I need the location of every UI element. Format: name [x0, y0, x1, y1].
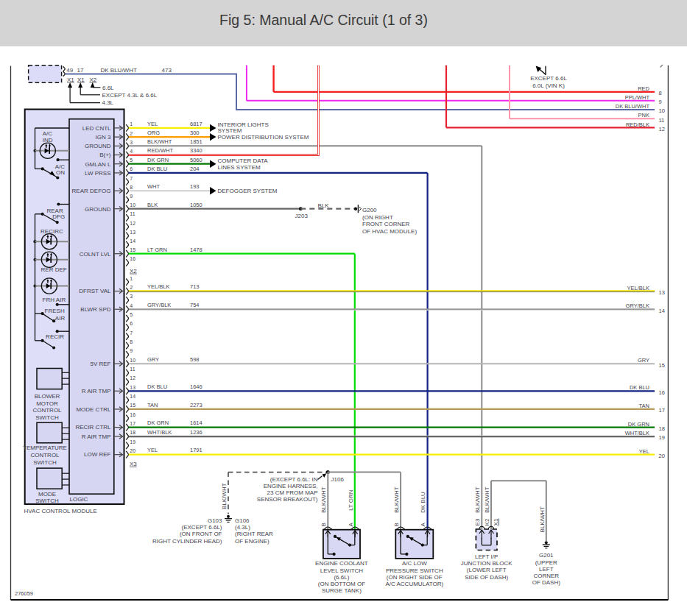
svg-text:473: 473	[162, 67, 172, 74]
svg-text:14: 14	[130, 238, 135, 244]
svg-text:YEL: YEL	[639, 448, 649, 455]
svg-text:SYSTEM: SYSTEM	[218, 127, 242, 134]
svg-text:1: 1	[130, 276, 133, 281]
svg-text:6.0L (VIN K): 6.0L (VIN K)	[532, 82, 565, 89]
svg-text:J203: J203	[295, 213, 309, 219]
svg-text:COLNT LVL: COLNT LVL	[80, 251, 111, 258]
svg-text:3: 3	[130, 140, 133, 145]
svg-text:2: 2	[130, 131, 133, 136]
svg-text:CONTROL: CONTROL	[30, 452, 60, 459]
svg-text:300: 300	[190, 130, 200, 136]
svg-text:14: 14	[130, 394, 135, 399]
svg-text:8: 8	[130, 339, 133, 344]
svg-text:EXCEPT 4.3L & 6.6L: EXCEPT 4.3L & 6.6L	[102, 92, 158, 99]
svg-text:E3: E3	[474, 518, 481, 525]
svg-text:REAR: REAR	[46, 208, 63, 214]
svg-text:YEL: YEL	[147, 447, 158, 453]
svg-text:11: 11	[659, 117, 665, 124]
svg-text:DK GRN: DK GRN	[147, 157, 169, 163]
svg-text:20: 20	[659, 453, 665, 459]
svg-text:2: 2	[130, 285, 133, 290]
svg-text:(ON BOTTOM OF: (ON BOTTOM OF	[318, 581, 365, 587]
svg-text:5: 5	[130, 312, 133, 317]
svg-text:OF HVAC MODULE): OF HVAC MODULE)	[362, 228, 417, 235]
svg-text:G103: G103	[208, 517, 222, 524]
svg-text:BLK: BLK	[147, 202, 158, 208]
svg-text:X1: X1	[493, 518, 499, 525]
svg-text:10: 10	[130, 202, 135, 208]
svg-text:(EXCEPT 6.6L: IN: (EXCEPT 6.6L: IN	[270, 476, 318, 483]
svg-text:LEFT: LEFT	[539, 566, 554, 573]
svg-text:K2: K2	[484, 518, 490, 525]
svg-text:5V REF: 5V REF	[90, 361, 110, 367]
svg-text:BLK/WHT: BLK/WHT	[474, 486, 481, 513]
svg-text:7: 7	[130, 330, 133, 336]
svg-text:6: 6	[130, 321, 133, 326]
svg-text:16: 16	[659, 389, 665, 396]
svg-text:WHT/BLK: WHT/BLK	[147, 429, 172, 436]
svg-text:13: 13	[130, 230, 135, 235]
svg-text:BLK/WHT: BLK/WHT	[393, 486, 400, 513]
svg-text:GRY: GRY	[147, 356, 159, 363]
svg-text:REAR DEFOG: REAR DEFOG	[72, 188, 111, 194]
svg-text:AIR: AIR	[55, 315, 66, 322]
svg-text:(4.3L): (4.3L)	[235, 524, 250, 531]
svg-text:19: 19	[130, 439, 135, 445]
svg-text:GRY/BLK: GRY/BLK	[147, 302, 171, 308]
svg-text:17: 17	[130, 421, 135, 426]
svg-text:5: 5	[130, 157, 133, 163]
svg-text:DK GRN: DK GRN	[628, 421, 649, 428]
svg-text:A: A	[420, 522, 426, 526]
svg-text:DFG: DFG	[52, 213, 65, 220]
svg-text:RIGHT CYLINDER HEAD): RIGHT CYLINDER HEAD)	[152, 538, 222, 545]
svg-text:B: B	[393, 523, 400, 526]
svg-text:6: 6	[130, 166, 133, 171]
svg-text:R AIR TMP: R AIR TMP	[82, 388, 111, 394]
svg-text:PPL/WHT: PPL/WHT	[625, 94, 650, 101]
svg-text:PNK: PNK	[638, 112, 649, 118]
svg-text:13: 13	[659, 289, 665, 296]
svg-text:20: 20	[130, 448, 135, 453]
svg-text:9: 9	[659, 99, 662, 105]
svg-text:ENGINE HARNESS,: ENGINE HARNESS,	[264, 483, 318, 489]
svg-text:OF DASH): OF DASH)	[532, 579, 561, 586]
svg-text:754: 754	[190, 302, 200, 308]
svg-text:RED: RED	[638, 85, 649, 92]
svg-text:CONTROL: CONTROL	[32, 407, 62, 414]
svg-text:J106: J106	[331, 476, 345, 483]
svg-text:12: 12	[130, 375, 135, 380]
svg-text:6817: 6817	[190, 121, 202, 127]
svg-text:15: 15	[130, 247, 135, 252]
svg-text:BLK: BLK	[317, 202, 329, 209]
svg-text:GMLAN L: GMLAN L	[85, 161, 111, 168]
svg-text:SURGE TANK): SURGE TANK)	[322, 587, 362, 594]
svg-text:CORNER: CORNER	[533, 573, 559, 579]
svg-text:(ON FRONT OF: (ON FRONT OF	[180, 531, 222, 537]
svg-text:POWER DISTRIBUTION SYSTEM: POWER DISTRIBUTION SYSTEM	[218, 134, 309, 141]
svg-text:(LOWER LEFT: (LOWER LEFT	[467, 567, 507, 573]
svg-text:COMPUTER DATA: COMPUTER DATA	[218, 157, 269, 164]
svg-text:(ON RIGHT: (ON RIGHT	[362, 214, 393, 221]
svg-text:YEL: YEL	[147, 121, 158, 127]
svg-text:RED/WHT: RED/WHT	[147, 147, 173, 154]
svg-text:BLK/WHT: BLK/WHT	[484, 486, 490, 513]
svg-text:17: 17	[77, 67, 84, 74]
svg-text:18: 18	[130, 430, 135, 435]
svg-text:(EXCEPT 6.6L): (EXCEPT 6.6L)	[182, 524, 222, 531]
svg-text:WHT/BLK: WHT/BLK	[625, 430, 649, 436]
svg-text:LT GRN: LT GRN	[348, 489, 354, 511]
svg-text:DK BLU: DK BLU	[420, 492, 426, 513]
svg-text:2273: 2273	[190, 402, 202, 408]
svg-text:R AIR TMP: R AIR TMP	[82, 433, 111, 440]
svg-text:GROUND: GROUND	[85, 206, 111, 213]
svg-text:LOW REF: LOW REF	[84, 451, 111, 458]
svg-text:4: 4	[130, 149, 133, 154]
svg-text:TAN: TAN	[147, 402, 158, 408]
svg-text:BLK/WHT: BLK/WHT	[147, 138, 172, 145]
svg-text:9: 9	[130, 348, 133, 353]
svg-text:8: 8	[130, 185, 133, 190]
svg-text:LEVEL SWITCH: LEVEL SWITCH	[320, 567, 364, 574]
svg-text:G106: G106	[235, 517, 250, 524]
svg-text:4.3L: 4.3L	[102, 99, 114, 106]
svg-text:SENSOR BREAKOUT): SENSOR BREAKOUT)	[257, 496, 318, 503]
